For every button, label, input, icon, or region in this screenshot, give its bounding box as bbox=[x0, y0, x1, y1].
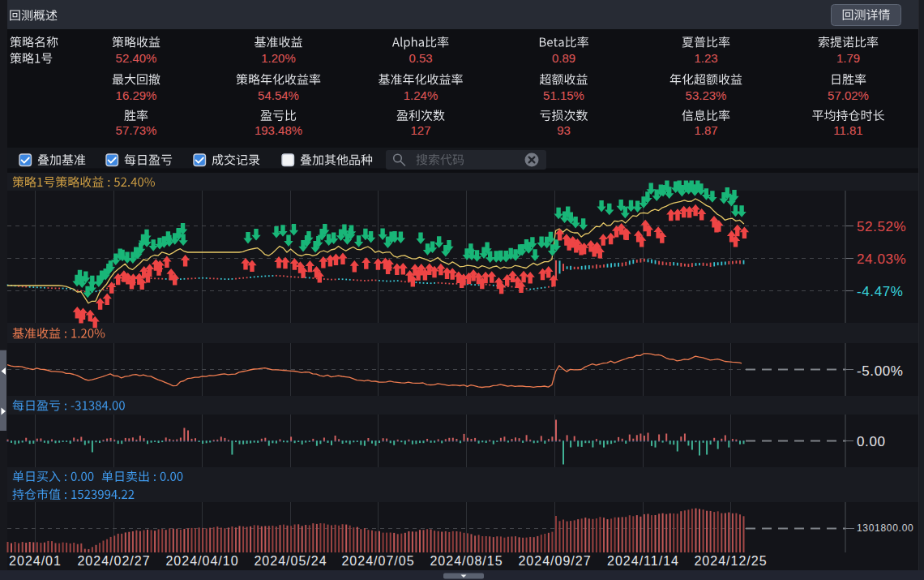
svg-text:2024/01: 2024/01 bbox=[9, 554, 62, 568]
svg-text:2024/02/27: 2024/02/27 bbox=[77, 554, 150, 568]
svg-text:16.29%: 16.29% bbox=[116, 88, 157, 102]
svg-text:193.48%: 193.48% bbox=[255, 123, 302, 137]
svg-text:0.53: 0.53 bbox=[409, 51, 432, 65]
svg-text:2024/09/27: 2024/09/27 bbox=[518, 554, 591, 568]
svg-text:0.89: 0.89 bbox=[552, 51, 575, 65]
svg-text:0.00: 0.00 bbox=[857, 434, 886, 449]
svg-text:2024/12/25: 2024/12/25 bbox=[694, 554, 767, 568]
svg-text:1.20%: 1.20% bbox=[261, 51, 296, 65]
svg-text:-4.47%: -4.47% bbox=[857, 284, 903, 299]
svg-text:53.23%: 53.23% bbox=[686, 88, 727, 102]
svg-text:57.73%: 57.73% bbox=[116, 123, 157, 137]
svg-text:2024/05/24: 2024/05/24 bbox=[254, 554, 327, 568]
svg-text:2024/04/10: 2024/04/10 bbox=[165, 554, 238, 568]
svg-text:52.52%: 52.52% bbox=[857, 219, 906, 234]
svg-text:52.40%: 52.40% bbox=[116, 51, 157, 65]
svg-text:1.24%: 1.24% bbox=[404, 88, 438, 102]
svg-text:2024/08/15: 2024/08/15 bbox=[430, 554, 503, 568]
svg-text:57.02%: 57.02% bbox=[828, 88, 869, 102]
svg-text:24.03%: 24.03% bbox=[857, 251, 906, 267]
svg-text:1.79: 1.79 bbox=[836, 51, 860, 65]
svg-text:11.81: 11.81 bbox=[833, 123, 862, 137]
svg-text:2024/07/05: 2024/07/05 bbox=[341, 554, 414, 568]
svg-text:2024/11/14: 2024/11/14 bbox=[607, 554, 679, 568]
svg-text:54.54%: 54.54% bbox=[258, 88, 299, 102]
svg-text:51.15%: 51.15% bbox=[543, 88, 584, 102]
svg-text:1.23: 1.23 bbox=[694, 51, 717, 65]
svg-text:-5.00%: -5.00% bbox=[857, 363, 903, 379]
svg-text:93: 93 bbox=[557, 123, 571, 137]
svg-text:1301800.00: 1301800.00 bbox=[857, 522, 913, 534]
svg-text:127: 127 bbox=[410, 123, 430, 137]
svg-text:1.87: 1.87 bbox=[694, 123, 717, 137]
